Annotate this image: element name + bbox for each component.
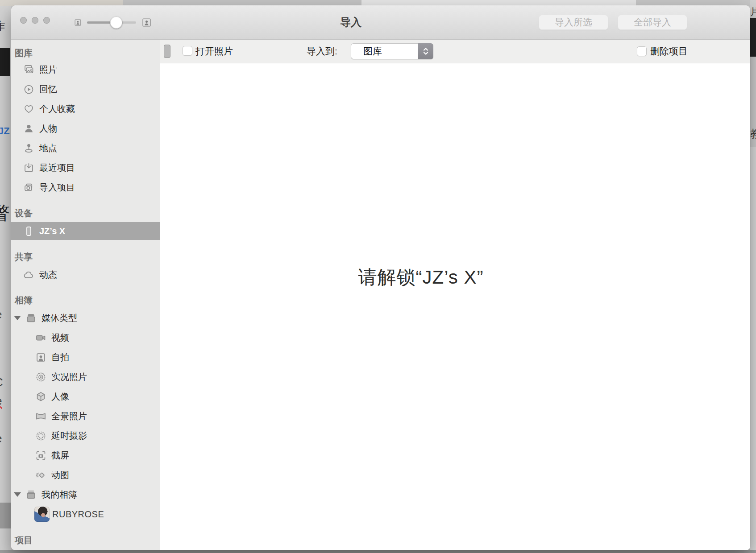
- sidebar-item-label: 媒体类型: [42, 312, 77, 324]
- album-icon: [25, 488, 37, 501]
- traffic-lights: [20, 17, 50, 24]
- minimize-button[interactable]: [32, 17, 38, 24]
- sidebar-item-videos[interactable]: 视频: [11, 328, 160, 347]
- open-photos-checkbox[interactable]: [183, 46, 192, 56]
- sidebar-item-memories[interactable]: 回忆: [11, 79, 160, 99]
- background-gray-band: [0, 503, 11, 528]
- sidebar-item-label: 视频: [51, 332, 69, 344]
- sidebar-item-label: 个人收藏: [39, 103, 75, 115]
- selfie-icon: [34, 351, 47, 363]
- device-phone-icon: [164, 45, 170, 58]
- close-button[interactable]: [20, 17, 27, 24]
- sidebar-item-label: 实况照片: [51, 371, 87, 383]
- sidebar-item-label: 回忆: [39, 83, 57, 95]
- background-text-fragment: 作: [0, 18, 5, 34]
- import-to-label: 导入到:: [307, 40, 337, 63]
- zoom-slider[interactable]: [87, 21, 136, 24]
- section-header-projects: 项目: [15, 534, 33, 546]
- sidebar-item-label: 动态: [39, 269, 57, 281]
- sidebar-item-panoramas[interactable]: 全景照片: [11, 406, 160, 426]
- background-window-bottom-edge: [0, 550, 756, 553]
- section-header-library: 图库: [15, 47, 33, 59]
- import-pane: 打开照片 导入到: 图库 删除项目 请解锁“JZ’s X”: [160, 40, 750, 550]
- delete-items-label: 删除项目: [650, 45, 688, 58]
- photos-icon: [22, 63, 35, 76]
- sidebar-item-label: 最近项目: [39, 162, 75, 174]
- section-header-albums: 相簿: [15, 294, 33, 306]
- album-icon: [25, 312, 37, 324]
- sidebar-item-photos[interactable]: 照片: [11, 60, 160, 79]
- popup-chevrons-icon: [418, 43, 433, 59]
- time-lapse-icon: [34, 429, 47, 442]
- import-content-area: 请解锁“JZ’s X”: [160, 63, 750, 550]
- background-link-fragment: JZ: [0, 125, 10, 137]
- video-camera-icon: [34, 331, 47, 344]
- background-text-fragment: e: [0, 432, 2, 446]
- sidebar-item-my-albums[interactable]: 我的相簿: [11, 485, 160, 504]
- memories-icon: [22, 83, 35, 95]
- cloud-icon: [22, 268, 35, 281]
- live-photo-icon: [34, 371, 47, 383]
- sidebar-item-time-lapse[interactable]: 延时摄影: [11, 426, 160, 446]
- open-photos-label: 打开照片: [195, 40, 233, 63]
- album-thumbnail: [34, 507, 50, 522]
- large-thumbnail-icon[interactable]: [141, 17, 152, 28]
- sidebar-item-media-types[interactable]: 媒体类型: [11, 308, 160, 328]
- sidebar-item-label: 照片: [39, 64, 57, 76]
- sidebar-item-favorites[interactable]: 个人收藏: [11, 99, 160, 119]
- window-title: 导入: [340, 5, 361, 39]
- background-text-fragment: 教: [750, 127, 756, 141]
- screenshot-icon: [34, 449, 47, 462]
- sidebar-item-label: 动图: [51, 469, 69, 481]
- sidebar-item-label: 地点: [39, 142, 57, 154]
- sidebar-item-label: 人像: [51, 391, 69, 403]
- unlock-device-message: 请解锁“JZ’s X”: [358, 265, 484, 290]
- import-buttons: 导入所选 全部导入: [539, 15, 687, 30]
- background-dark-block: [750, 18, 756, 57]
- sidebar-item-people[interactable]: 人物: [11, 119, 160, 138]
- section-header-shared: 共享: [15, 251, 33, 263]
- delete-items-checkbox[interactable]: [637, 46, 647, 56]
- background-text-fragment: e: [0, 394, 2, 408]
- recents-icon: [22, 161, 35, 174]
- sidebar-item-places[interactable]: 地点: [11, 138, 160, 158]
- sidebar-item-recents[interactable]: 最近项目: [11, 158, 160, 177]
- sidebar-item-label: RUBYROSE: [52, 509, 104, 520]
- heart-icon: [22, 103, 35, 115]
- sidebar-item-activity[interactable]: 动态: [11, 265, 160, 285]
- zoom-window-button[interactable]: [43, 17, 50, 24]
- sidebar-item-animated[interactable]: 动图: [11, 465, 160, 485]
- sidebar-item-portrait[interactable]: 人像: [11, 387, 160, 406]
- photos-import-window: 导入 导入所选 全部导入 图库 照片: [11, 5, 750, 550]
- device-name-label: JZ’s X: [39, 226, 65, 236]
- import-selected-button[interactable]: 导入所选: [539, 15, 608, 30]
- sidebar-item-album-rubyrose[interactable]: RUBYROSE: [11, 504, 160, 524]
- iphone-icon: [22, 225, 35, 237]
- background-light-area: [750, 147, 756, 553]
- sidebar-item-label: 我的相簿: [42, 489, 77, 501]
- import-all-button[interactable]: 全部导入: [618, 15, 687, 30]
- disclosure-triangle-icon[interactable]: [14, 316, 21, 320]
- zoom-slider-thumb[interactable]: [110, 17, 122, 29]
- sidebar-item-label: 导入项目: [39, 182, 75, 194]
- background-text-fragment: 片: [750, 5, 756, 19]
- small-thumbnail-icon[interactable]: [74, 18, 82, 27]
- background-window-right-edge: 片 教: [750, 0, 756, 553]
- pin-icon: [22, 142, 35, 154]
- section-header-devices: 设备: [15, 207, 33, 219]
- sidebar-item-selfies[interactable]: 自拍: [11, 347, 160, 367]
- background-dark-block: [0, 48, 10, 76]
- sidebar: 图库 照片: [11, 40, 160, 550]
- sidebar-item-label: 截屏: [51, 450, 69, 462]
- sidebar-item-imports[interactable]: 导入项目: [11, 177, 160, 197]
- background-window-left-edge: 作 JZ 瞥 e C e e: [0, 6, 11, 553]
- disclosure-triangle-icon[interactable]: [14, 492, 21, 497]
- delete-items-group: 删除项目: [637, 40, 688, 63]
- import-to-popup[interactable]: 图库: [351, 43, 433, 59]
- background-text-fragment: e: [0, 308, 2, 322]
- cube-icon: [34, 390, 47, 403]
- sidebar-item-screenshots[interactable]: 截屏: [11, 446, 160, 465]
- sidebar-item-device-jzs-x[interactable]: JZ’s X: [11, 222, 160, 240]
- import-to-value: 图库: [363, 43, 382, 59]
- sidebar-item-live-photos[interactable]: 实况照片: [11, 367, 160, 387]
